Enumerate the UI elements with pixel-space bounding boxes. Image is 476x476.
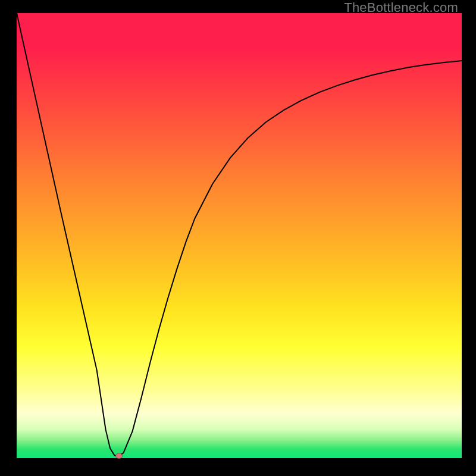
watermark-label: TheBottleneck.com xyxy=(344,0,458,15)
data-marker xyxy=(116,453,123,459)
chart-frame: TheBottleneck.com xyxy=(0,0,476,476)
plot-area xyxy=(17,13,462,458)
curve-line xyxy=(17,13,462,456)
chart-svg xyxy=(17,13,462,458)
